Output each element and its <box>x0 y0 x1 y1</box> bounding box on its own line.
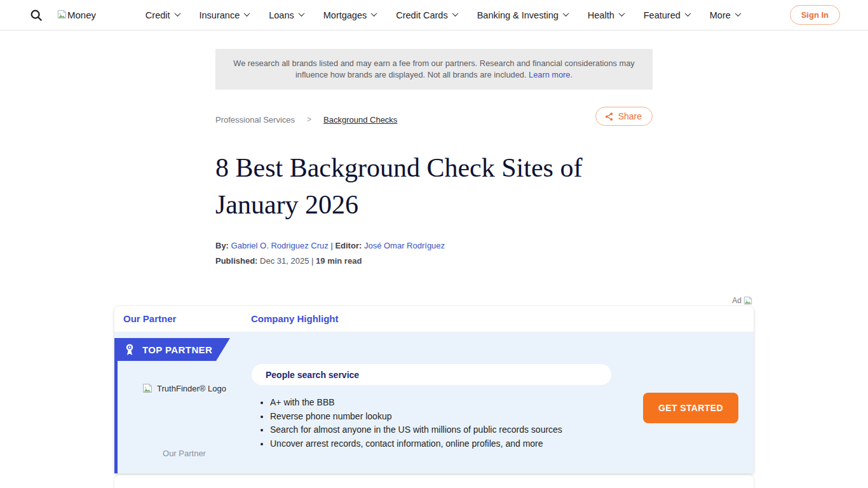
nav-item-loans[interactable]: Loans <box>269 10 304 20</box>
page-title: 8 Best Background Check Sites of January… <box>215 149 653 223</box>
chevron-down-icon <box>174 10 180 17</box>
chevron-down-icon <box>452 10 458 17</box>
editor-link[interactable]: José Omar Rodríguez <box>364 241 445 250</box>
nav-item-credit-cards[interactable]: Credit Cards <box>396 10 457 20</box>
money-logo-alt-text: Money <box>67 10 96 20</box>
top-navigation-bar: Money Credit Insurance Loans Mortgages C… <box>0 0 868 30</box>
byline: By: Gabriel O. Rodriguez Cruz | Editor: … <box>215 241 653 250</box>
broken-image-icon <box>743 296 752 305</box>
partner-card-header-row: Our Partner Company Highlight <box>114 306 754 332</box>
feature-bullet: A+ with the BBB <box>259 396 562 410</box>
published-row: Published: Dec 31, 2025 | 19 min read <box>215 256 653 266</box>
feature-bullet: Search for almost anyone in the US with … <box>259 423 562 437</box>
published-separator: | <box>311 256 313 266</box>
share-button[interactable]: Share <box>595 107 653 126</box>
main-nav: Credit Insurance Loans Mortgages Credit … <box>96 10 790 20</box>
disclaimer-text: We research all brands listed and may ea… <box>233 58 634 79</box>
feature-bullet-list: A+ with the BBB Reverse phone number loo… <box>259 396 562 451</box>
editor-label: Editor: <box>335 241 362 250</box>
breadcrumb-current-link[interactable]: Background Checks <box>323 115 397 125</box>
chevron-down-icon <box>244 10 250 17</box>
breadcrumb-separator: > <box>307 115 311 124</box>
breadcrumb-parent-link[interactable]: Professional Services <box>215 115 295 125</box>
nav-item-health[interactable]: Health <box>588 10 624 20</box>
share-icon <box>604 112 614 121</box>
chevron-down-icon <box>562 10 569 17</box>
chevron-down-icon <box>371 10 377 17</box>
sign-in-button[interactable]: Sign In <box>790 5 840 25</box>
by-label: By: <box>215 241 229 250</box>
partner-comparison-card: Our Partner Company Highlight TOP PARTNE… <box>114 306 754 473</box>
breadcrumb: Professional Services > Background Check… <box>215 109 653 130</box>
broken-image-icon <box>57 10 67 19</box>
award-ribbon-icon <box>124 343 135 356</box>
broken-image-icon <box>142 383 153 393</box>
nav-item-credit[interactable]: Credit <box>146 10 180 20</box>
feature-bullet: Reverse phone number lookup <box>259 410 562 424</box>
chevron-down-icon <box>298 10 304 17</box>
nav-item-mortgages[interactable]: Mortgages <box>323 10 377 20</box>
nav-item-more[interactable]: More <box>710 10 740 20</box>
partner-logo-alt-text: TruthFinder® Logo <box>157 384 226 393</box>
partner-logo-cell[interactable]: TruthFinder® Logo <box>118 383 251 396</box>
column-header-company-highlight: Company Highlight <box>251 313 339 324</box>
published-label: Published: <box>215 256 257 266</box>
ad-unit: Ad Our Partner Company Highlight TOP PAR… <box>114 296 754 488</box>
read-time: 19 min read <box>316 256 362 266</box>
get-started-button[interactable]: GET STARTED <box>643 393 738 423</box>
ad-label-row: Ad <box>114 296 754 305</box>
company-highlight-pill: People search service <box>252 364 611 385</box>
byline-separator: | <box>330 241 332 250</box>
published-date: Dec 31, 2025 <box>260 256 309 266</box>
column-header-our-partner: Our Partner <box>123 313 176 324</box>
company-highlight-text: People search service <box>266 370 359 380</box>
partner-card-body: TOP PARTNER TruthFinder® Logo Our Partne… <box>114 332 754 473</box>
share-button-label: Share <box>618 111 642 121</box>
nav-item-featured[interactable]: Featured <box>644 10 690 20</box>
nav-item-banking-investing[interactable]: Banking & Investing <box>477 10 568 20</box>
next-table-row-preview <box>114 475 754 488</box>
feature-bullet: Uncover arrest records, contact informat… <box>259 437 562 451</box>
nav-item-insurance[interactable]: Insurance <box>200 10 250 20</box>
partner-caption: Our Partner <box>118 449 251 458</box>
author-link[interactable]: Gabriel O. Rodriguez Cruz <box>231 241 329 250</box>
money-logo[interactable]: Money <box>57 10 96 20</box>
top-partner-badge: TOP PARTNER <box>114 338 230 361</box>
chevron-down-icon <box>684 10 691 17</box>
search-icon[interactable] <box>29 8 43 22</box>
chevron-down-icon <box>735 10 741 17</box>
ad-label: Ad <box>732 296 742 305</box>
learn-more-link[interactable]: Learn more. <box>529 70 573 79</box>
partner-disclaimer: We research all brands listed and may ea… <box>215 49 653 90</box>
top-partner-badge-label: TOP PARTNER <box>142 344 212 355</box>
chevron-down-icon <box>618 10 625 17</box>
